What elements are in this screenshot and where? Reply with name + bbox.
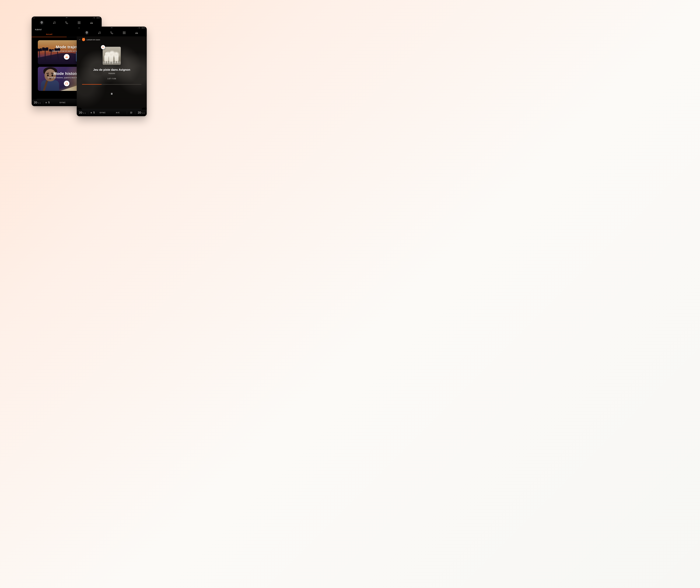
pause-button[interactable]	[109, 91, 115, 97]
svg-rect-8	[66, 57, 67, 58]
card-title: Mode trajet	[56, 45, 78, 49]
svg-point-3	[55, 23, 55, 24]
device-player-screen: --°C 13:37 Lecture en cou	[77, 27, 147, 116]
svg-rect-20	[124, 33, 125, 34]
progress-bar[interactable]	[82, 84, 141, 85]
climate-temp-left-unit: °C .5	[82, 113, 86, 114]
svg-rect-5	[79, 22, 80, 22]
car-front-icon	[65, 55, 68, 58]
climate-temp-left-value: 20	[79, 111, 82, 114]
tab-accueil[interactable]: Accueil	[32, 32, 67, 37]
nav-apps[interactable]	[76, 20, 82, 25]
svg-point-2	[53, 23, 54, 24]
svg-rect-18	[124, 32, 125, 32]
climate-temp-right-unit: °C .5	[141, 113, 144, 114]
svg-rect-19	[123, 33, 124, 34]
camera-notch	[65, 17, 68, 18]
nav-location[interactable]	[84, 30, 90, 36]
nav-apps[interactable]	[121, 30, 127, 36]
svg-rect-7	[79, 23, 80, 24]
svg-point-10	[67, 57, 67, 57]
svg-rect-13	[79, 28, 79, 28]
headphones-icon	[65, 82, 68, 85]
cover-art	[103, 47, 121, 65]
climate-temp-right-value: 20	[138, 111, 141, 114]
climate-temp-left-value: 20	[34, 101, 37, 104]
chevron-down-icon[interactable]	[79, 39, 81, 40]
camera-notch	[110, 27, 113, 28]
lock-icon	[33, 17, 35, 18]
svg-rect-11	[66, 84, 66, 84]
nav-music[interactable]	[96, 30, 102, 36]
status-temp: --°C	[138, 27, 140, 29]
svg-point-16	[100, 33, 100, 34]
svg-point-1	[41, 22, 42, 23]
lock-icon	[78, 27, 80, 29]
svg-rect-23	[111, 93, 111, 95]
svg-point-9	[66, 57, 66, 57]
status-temp: --°C	[93, 17, 95, 19]
svg-point-15	[98, 33, 99, 34]
card-chip	[64, 54, 69, 60]
svg-rect-24	[112, 93, 112, 95]
nav-phone[interactable]	[64, 20, 69, 25]
now-playing-header: Lecture en cours	[77, 36, 147, 43]
svg-rect-21	[102, 47, 103, 48]
seat-heat-icon[interactable]	[129, 111, 133, 114]
nav-car[interactable]	[89, 20, 94, 25]
climate-sync-button[interactable]: SYNC	[50, 101, 75, 104]
climate-fan[interactable]: 5	[90, 111, 95, 114]
fan-icon	[45, 101, 47, 104]
climate-sync-button[interactable]: SYNC	[95, 112, 110, 114]
climate-temp-right[interactable]: 20 °C .5	[137, 111, 145, 114]
nav-location[interactable]	[39, 20, 45, 25]
svg-rect-4	[78, 22, 79, 22]
climate-fan-level: 5	[93, 111, 95, 114]
nav-phone[interactable]	[109, 30, 115, 36]
climate-bar: 20 °C .5 5 SYNC A/C 20 °C .5	[77, 109, 147, 116]
nav-car[interactable]	[134, 30, 139, 36]
climate-fan[interactable]: 5	[45, 101, 50, 104]
status-bar: --°C 13:37	[77, 27, 147, 29]
climate-temp-left-unit: °C .5	[37, 102, 41, 104]
climate-ac-button[interactable]: A/C	[111, 112, 125, 114]
status-time: 13:37	[96, 17, 100, 19]
progress-fill	[82, 84, 102, 85]
top-nav	[77, 29, 147, 36]
status-bar: --°C 13:37	[32, 17, 102, 19]
climate-fan-level: 5	[48, 101, 50, 104]
climate-temp-left[interactable]: 20 °C .5	[78, 111, 87, 114]
app-logo-icon	[82, 38, 85, 41]
climate-temp-left[interactable]: 20 °C .5	[33, 101, 41, 104]
nav-music[interactable]	[51, 20, 57, 25]
card-chip	[64, 81, 69, 86]
svg-rect-0	[34, 18, 34, 18]
svg-rect-22	[103, 47, 104, 48]
card-title: Mode histoire	[53, 71, 80, 76]
svg-rect-6	[78, 23, 79, 24]
pause-icon	[110, 92, 113, 95]
status-time: 13:37	[142, 27, 145, 29]
track-category: Histoire	[77, 72, 147, 74]
track-title: Jeu de piste dans Avignon	[77, 68, 147, 71]
svg-point-14	[87, 32, 87, 33]
headphones-icon	[102, 46, 104, 48]
now-playing-label: Lecture en cours	[87, 39, 100, 41]
fan-icon	[90, 111, 93, 114]
track-time: 1:57 / 5:56	[77, 78, 147, 80]
top-nav	[32, 19, 102, 26]
svg-rect-12	[67, 84, 68, 84]
svg-rect-17	[123, 32, 124, 32]
cover-badge	[101, 45, 105, 49]
